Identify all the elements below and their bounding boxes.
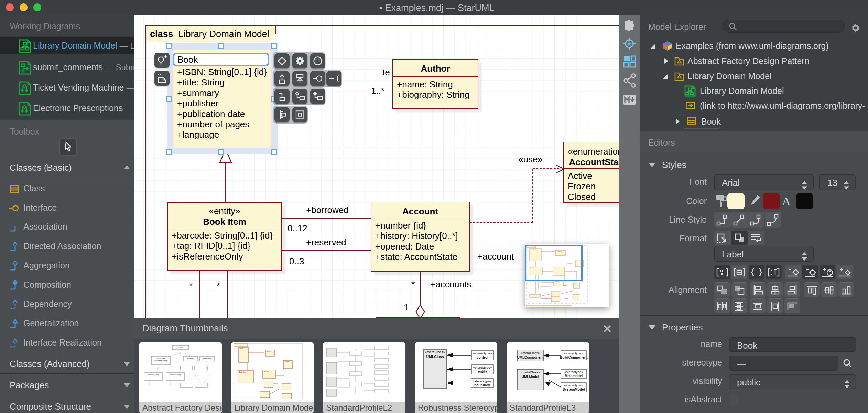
svg-text:«stereotype»: «stereotype» xyxy=(473,379,492,383)
svg-text:«metaClass»: «metaClass» xyxy=(425,350,445,354)
svg-text:Author: Author xyxy=(558,251,562,252)
svg-text:Author: Author xyxy=(267,351,271,352)
svg-text:entity: entity xyxy=(478,370,487,373)
svg-text:Account: Account xyxy=(555,267,559,269)
svg-text:AbstractFactory: AbstractFactory xyxy=(154,360,168,362)
svg-text:Account: Account xyxy=(264,371,270,372)
svg-text:«enum»: «enum» xyxy=(576,260,581,262)
svg-text:ProductB: ProductB xyxy=(203,358,211,360)
svg-text:ProductA: ProductA xyxy=(187,358,195,360)
svg-text:«interface»: «interface» xyxy=(157,357,165,359)
svg-text:«stereotype»: «stereotype» xyxy=(473,351,492,355)
svg-text:Book Item: Book Item xyxy=(530,267,536,269)
svg-text:ConcreteFactoryX: ConcreteFactoryX xyxy=(147,374,161,376)
svg-text:boundary: boundary xyxy=(474,383,490,387)
svg-text:ConcreteFactoryY: ConcreteFactoryY xyxy=(169,374,183,376)
svg-text:UMLClass: UMLClass xyxy=(426,354,444,359)
svg-text:«metaClass»: «metaClass» xyxy=(521,351,540,355)
svg-text:control: control xyxy=(477,356,488,359)
svg-text:«enum»: «enum» xyxy=(284,361,290,363)
svg-text:UMLModel: UMLModel xyxy=(522,375,539,379)
svg-text:BuildComponent: BuildComponent xyxy=(560,356,588,359)
svg-text:«metaClass»: «metaClass» xyxy=(521,370,540,374)
svg-text:Book: Book xyxy=(240,348,243,350)
svg-text:Patron: Patron xyxy=(574,283,578,285)
svg-text:«stereotype»: «stereotype» xyxy=(564,383,583,387)
svg-text:SystemModel: SystemModel xyxy=(563,388,585,391)
svg-text:Book Item: Book Item xyxy=(239,371,246,373)
svg-text:«stereotype»: «stereotype» xyxy=(473,366,492,369)
svg-text:Client: Client xyxy=(178,346,183,348)
svg-text:Metamodel: Metamodel xyxy=(565,374,583,378)
svg-text:Book: Book xyxy=(533,249,536,251)
svg-text:«stereotype»: «stereotype» xyxy=(564,370,583,374)
svg-text:UMLComponent: UMLComponent xyxy=(517,356,544,359)
svg-text:«stereotype»: «stereotype» xyxy=(564,351,583,355)
